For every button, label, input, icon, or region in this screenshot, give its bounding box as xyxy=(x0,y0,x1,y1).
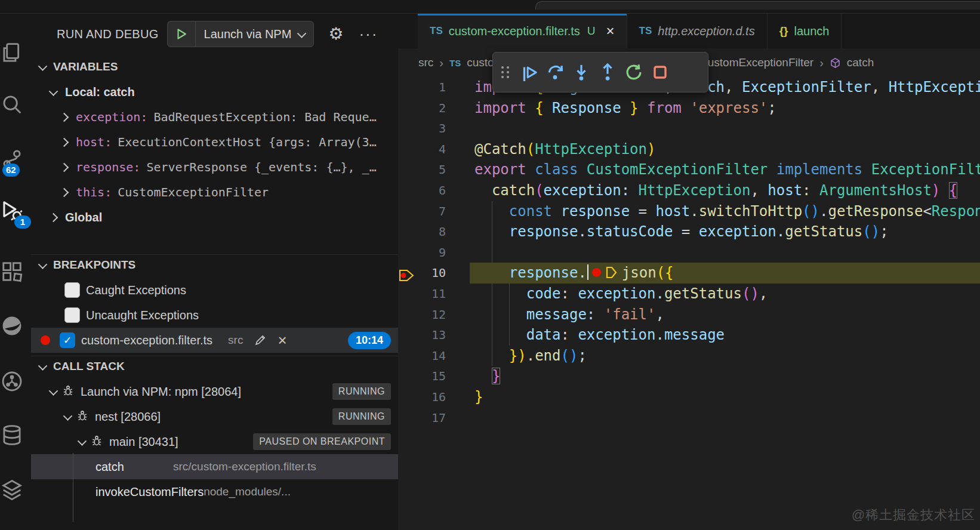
file-breakpoint-row[interactable]: ✓custom-exception.filter.tssrc×10:14 xyxy=(31,328,398,353)
code-token: ExceptionFilter xyxy=(871,161,980,178)
code-token: response xyxy=(509,223,578,240)
debug-session-row[interactable]: main [30431]PAUSED ON BREAKPOINT xyxy=(31,429,398,454)
restart-button[interactable] xyxy=(621,57,647,87)
breakpoint-gutter[interactable] xyxy=(398,221,416,242)
code-token: ; xyxy=(880,223,888,240)
breadcrumb-symbols[interactable]: CustomExceptionFilter › catch xyxy=(699,48,874,77)
breakpoint-gutter[interactable] xyxy=(398,159,416,180)
stop-button[interactable] xyxy=(647,57,673,87)
debug-session-row[interactable]: nest [28066]RUNNING xyxy=(31,404,398,429)
callstack-title: CALL STACK xyxy=(53,360,125,373)
code-line[interactable]: 15 } xyxy=(398,366,980,387)
code-line[interactable]: 4@Catch(HttpException) xyxy=(398,139,980,160)
code-token: message xyxy=(664,326,725,343)
start-debug-button[interactable] xyxy=(168,21,196,47)
activity-item-database[interactable] xyxy=(0,422,25,448)
activity-item-search[interactable] xyxy=(0,91,25,118)
breakpoint-gutter[interactable] xyxy=(398,408,416,429)
scope-row[interactable]: Local: catch xyxy=(31,79,398,104)
breakpoint-gutter[interactable] xyxy=(398,201,416,222)
checkbox[interactable]: ✓ xyxy=(60,332,75,348)
tab-label: custom-exception.filter.ts xyxy=(449,24,580,38)
code-line[interactable]: 12 message: 'fail', xyxy=(398,304,980,325)
activity-item-files[interactable] xyxy=(0,40,25,66)
remove-breakpoint-icon[interactable]: × xyxy=(278,331,286,350)
code-line[interactable]: 8 response.statusCode = exception.getSta… xyxy=(398,221,980,242)
editor-tab[interactable]: TShttp.exception.d.ts xyxy=(627,14,768,48)
launch-config-dropdown[interactable]: Launch via NPM xyxy=(196,21,314,47)
continue-button[interactable] xyxy=(516,57,542,87)
variable-name: exception: xyxy=(76,110,147,124)
activity-item-run-and-debug[interactable]: 1 xyxy=(0,198,25,224)
breakpoint-gutter[interactable] xyxy=(398,242,416,263)
launch-config-group[interactable]: Launch via NPM xyxy=(167,21,315,47)
activity-item-extensions[interactable] xyxy=(0,258,25,285)
line-number: 14 xyxy=(416,346,446,366)
breakpoint-gutter[interactable] xyxy=(398,98,416,119)
checkbox[interactable] xyxy=(64,282,80,298)
code-line[interactable]: 14 }).end(); xyxy=(398,346,980,366)
activity-item-layers[interactable] xyxy=(0,477,25,503)
code-line[interactable]: 3 xyxy=(398,118,980,139)
breakpoint-gutter[interactable] xyxy=(398,304,416,325)
chevron-down-icon xyxy=(38,61,48,71)
variable-row[interactable]: response:ServerResponse {_events: {…}, _… xyxy=(31,155,398,180)
step-into-button[interactable] xyxy=(568,57,594,87)
exception-breakpoint-row[interactable]: Uncaught Exceptions xyxy=(31,303,398,328)
code-line[interactable]: 11 code: exception.getStatus(), xyxy=(398,284,980,304)
edit-breakpoint-icon[interactable] xyxy=(254,334,267,347)
code-line[interactable]: 16} xyxy=(398,387,980,408)
drag-handle-icon[interactable] xyxy=(501,66,510,78)
code-line[interactable]: 6 catch(exception: HttpException, host: … xyxy=(398,180,980,201)
variable-row[interactable]: host:ExecutionContextHost {args: Array(3… xyxy=(31,130,398,155)
checkbox[interactable] xyxy=(64,307,80,323)
global-scope-row[interactable]: Global xyxy=(31,205,398,230)
breadcrumb-folder[interactable]: src xyxy=(418,56,433,69)
variables-section-header[interactable]: VARIABLES xyxy=(31,57,398,77)
debug-toolbar[interactable] xyxy=(492,52,708,93)
breadcrumb-class[interactable]: CustomExceptionFilter xyxy=(699,56,813,69)
breadcrumb-method[interactable]: catch xyxy=(847,56,874,69)
breakpoints-section-header[interactable]: BREAKPOINTS xyxy=(31,254,398,275)
more-actions-button[interactable]: ··· xyxy=(359,25,378,44)
editor-tab[interactable]: TScustom-exception.filter.tsU× xyxy=(418,14,627,48)
variable-row[interactable]: this:CustomExceptionFilter xyxy=(31,180,398,205)
chevron-down-icon xyxy=(63,411,73,421)
callstack-section-header[interactable]: CALL STACK xyxy=(31,356,398,377)
breakpoint-gutter[interactable] xyxy=(398,180,416,201)
exception-breakpoint-row[interactable]: Caught Exceptions xyxy=(31,278,398,303)
code-line[interactable]: 7 const response = host.switchToHttp().g… xyxy=(398,201,980,222)
breakpoint-gutter[interactable] xyxy=(398,77,416,98)
breakpoint-gutter[interactable] xyxy=(398,118,416,139)
debug-session-row[interactable]: Launch via NPM: npm [28064]RUNNING xyxy=(31,379,398,404)
step-over-button[interactable] xyxy=(542,57,568,87)
activity-item-share[interactable] xyxy=(0,368,25,395)
gear-icon[interactable]: ⚙ xyxy=(328,26,343,42)
stack-frame-row[interactable]: invokeCustomFiltersnode_modules/... xyxy=(31,479,398,504)
step-out-button[interactable] xyxy=(594,57,621,87)
breakpoint-gutter[interactable] xyxy=(398,263,416,284)
code-line[interactable]: 13 data: exception.message xyxy=(398,325,980,346)
code-line[interactable]: 2import { Response } from 'express'; xyxy=(398,98,980,119)
breakpoint-gutter[interactable] xyxy=(398,387,416,408)
code-line[interactable]: 9 xyxy=(398,242,980,263)
variable-row[interactable]: exception:BadRequestException: Bad Reque… xyxy=(31,104,398,130)
close-icon[interactable]: × xyxy=(606,24,615,38)
breakpoint-gutter[interactable] xyxy=(398,346,416,366)
code-token: () xyxy=(561,347,578,364)
breakpoint-gutter[interactable] xyxy=(398,366,416,387)
variables-title: VARIABLES xyxy=(53,60,118,73)
code-token: : xyxy=(621,182,639,199)
editor-tab[interactable]: {}launch xyxy=(768,14,842,48)
inline-breakpoint-icon xyxy=(592,268,601,277)
code-line[interactable]: 10 response.json({ xyxy=(398,263,980,284)
stack-frame-row[interactable]: catchsrc/custom-exception.filter.ts xyxy=(31,454,398,479)
breakpoint-gutter[interactable] xyxy=(398,325,416,346)
code-line[interactable]: 17 xyxy=(398,408,980,429)
code-line[interactable]: 5export class CustomExceptionFilter impl… xyxy=(398,159,980,180)
activity-item-browser[interactable] xyxy=(0,313,25,339)
activity-item-source-control[interactable]: 62 xyxy=(0,146,25,172)
breakpoint-gutter[interactable] xyxy=(398,139,416,160)
code-editor[interactable]: 1import { ArgumentsHost, Catch, Exceptio… xyxy=(398,77,980,428)
breakpoint-location-badge: 10:14 xyxy=(348,332,391,349)
